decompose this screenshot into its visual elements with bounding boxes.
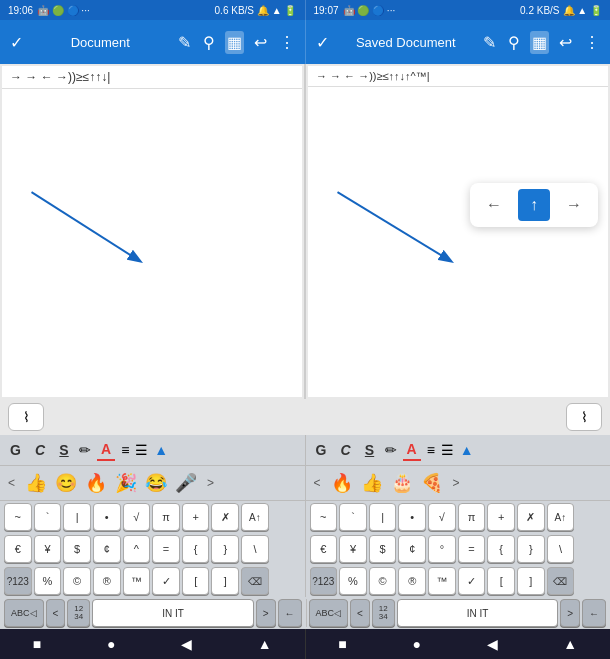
gt-key-left[interactable]: > <box>256 599 276 627</box>
nav-back-icon-right[interactable]: ◀ <box>487 636 498 652</box>
emoji-thumbs-left[interactable]: 👍 <box>23 470 49 496</box>
key-check-r[interactable]: ✓ <box>458 567 486 595</box>
key-sqrt-r[interactable]: √ <box>428 503 456 531</box>
nav-stop-icon-left[interactable]: ■ <box>33 636 41 652</box>
emoji-prev-left[interactable]: < <box>4 474 19 492</box>
key-yen-r[interactable]: ¥ <box>339 535 367 563</box>
in-it-key-left[interactable]: IN IT <box>92 599 253 627</box>
key-rbrak-l[interactable]: ] <box>211 567 239 595</box>
gt-key-right[interactable]: > <box>560 599 580 627</box>
key-rbrace-l[interactable]: } <box>211 535 239 563</box>
key-del-r[interactable]: ⌫ <box>547 567 575 595</box>
key-plus-r[interactable]: + <box>487 503 515 531</box>
undo-icon-right[interactable]: ↩ <box>557 31 574 54</box>
abc-key-right[interactable]: ABC◁ <box>309 599 349 627</box>
emoji-pizza-right[interactable]: 🍕 <box>419 470 445 496</box>
key-pct-r[interactable]: % <box>339 567 367 595</box>
lt-key-right[interactable]: < <box>350 599 370 627</box>
key-euro-r[interactable]: € <box>310 535 338 563</box>
list-icon-right[interactable]: ≡ <box>427 442 435 458</box>
nav-back-icon-left[interactable]: ◀ <box>181 636 192 652</box>
key-reg-l[interactable]: ® <box>93 567 121 595</box>
lt-key-left[interactable]: < <box>46 599 66 627</box>
key-euro-l[interactable]: € <box>4 535 32 563</box>
key-a-up-r[interactable]: A↑ <box>547 503 575 531</box>
emoji-laugh-left[interactable]: 😂 <box>143 470 169 496</box>
key-bslash-l[interactable]: \ <box>241 535 269 563</box>
key-bullet-r[interactable]: • <box>398 503 426 531</box>
key-pi-r[interactable]: π <box>458 503 486 531</box>
emoji-next-left[interactable]: > <box>203 474 218 492</box>
key-tm-r[interactable]: ™ <box>428 567 456 595</box>
key-caret-l[interactable]: ^ <box>123 535 151 563</box>
emoji-cake-right[interactable]: 🎂 <box>389 470 415 496</box>
abc-key-left[interactable]: ABC◁ <box>4 599 44 627</box>
up-arrow-left[interactable]: ▲ <box>154 442 168 458</box>
key-tilde-r[interactable]: ~ <box>310 503 338 531</box>
key-cent-l[interactable]: ¢ <box>93 535 121 563</box>
check-icon-left[interactable]: ✓ <box>8 31 25 54</box>
underline-btn-right[interactable]: S <box>361 440 379 460</box>
key-sqrt-l[interactable]: √ <box>123 503 151 531</box>
key-pi-l[interactable]: π <box>152 503 180 531</box>
indent-icon-right[interactable]: ☰ <box>441 442 454 458</box>
key-lbrak-r[interactable]: [ <box>487 567 515 595</box>
more-icon-left[interactable]: ⋮ <box>277 31 297 54</box>
list-icon-left[interactable]: ≡ <box>121 442 129 458</box>
underline-btn-left[interactable]: S <box>55 440 73 460</box>
key-lbrace-r[interactable]: { <box>487 535 515 563</box>
key-tm-l[interactable]: ™ <box>123 567 151 595</box>
key-bullet-l[interactable]: • <box>93 503 121 531</box>
key-num-r[interactable]: ?123 <box>310 567 338 595</box>
key-tilde-l[interactable]: ~ <box>4 503 32 531</box>
valign-right-btn[interactable]: → <box>558 189 590 221</box>
key-plus-l[interactable]: + <box>182 503 210 531</box>
bold-btn-right[interactable]: G <box>312 440 331 460</box>
key-del-l[interactable]: ⌫ <box>241 567 269 595</box>
check-icon-right[interactable]: ✓ <box>314 31 331 54</box>
key-copy-l[interactable]: © <box>63 567 91 595</box>
key-cent-r[interactable]: ¢ <box>398 535 426 563</box>
emoji-fire-left[interactable]: 🔥 <box>83 470 109 496</box>
num-key-right[interactable]: 1234 <box>372 599 395 627</box>
search-icon-right[interactable]: ⚲ <box>506 31 522 54</box>
search-icon-left[interactable]: ⚲ <box>201 31 217 54</box>
cursor-handle-left[interactable]: ⌇ <box>8 403 44 431</box>
key-pipe-l[interactable]: | <box>63 503 91 531</box>
indent-icon-left[interactable]: ☰ <box>135 442 148 458</box>
italic-btn-right[interactable]: C <box>336 440 354 460</box>
key-lbrace-l[interactable]: { <box>182 535 210 563</box>
nav-home-icon-left[interactable]: ● <box>107 636 115 652</box>
undo-icon-left[interactable]: ↩ <box>252 31 269 54</box>
color-btn-left[interactable]: A <box>97 439 115 461</box>
num-key-left[interactable]: 1234 <box>67 599 90 627</box>
key-eq-l[interactable]: = <box>152 535 180 563</box>
color-btn-right[interactable]: A <box>403 439 421 461</box>
key-pct-l[interactable]: % <box>34 567 62 595</box>
key-dollar-r[interactable]: $ <box>369 535 397 563</box>
doc-icon-left[interactable]: ▦ <box>225 31 244 54</box>
key-rbrak-r[interactable]: ] <box>517 567 545 595</box>
emoji-prev-right[interactable]: < <box>310 474 325 492</box>
pen-icon-left[interactable]: ✎ <box>176 31 193 54</box>
mic-btn-left[interactable]: 🎤 <box>173 470 199 496</box>
emoji-smile-left[interactable]: 😊 <box>53 470 79 496</box>
back-key-left[interactable]: ← <box>278 599 302 627</box>
italic-btn-left[interactable]: C <box>31 440 49 460</box>
key-lbrak-l[interactable]: [ <box>182 567 210 595</box>
key-rbrace-r[interactable]: } <box>517 535 545 563</box>
key-reg-r[interactable]: ® <box>398 567 426 595</box>
pen-icon-right[interactable]: ✎ <box>481 31 498 54</box>
key-yen-l[interactable]: ¥ <box>34 535 62 563</box>
key-a-up-l[interactable]: A↑ <box>241 503 269 531</box>
key-backtick-l[interactable]: ` <box>34 503 62 531</box>
doc-icon-right[interactable]: ▦ <box>530 31 549 54</box>
back-key-right[interactable]: ← <box>582 599 606 627</box>
key-copy-r[interactable]: © <box>369 567 397 595</box>
key-dollar-l[interactable]: $ <box>63 535 91 563</box>
highlight-icon-left[interactable]: ✏ <box>79 442 91 458</box>
valign-up-btn[interactable]: ↑ <box>518 189 550 221</box>
emoji-thumbs-right[interactable]: 👍 <box>359 470 385 496</box>
key-backtick-r[interactable]: ` <box>339 503 367 531</box>
nav-stop-icon-right[interactable]: ■ <box>338 636 346 652</box>
